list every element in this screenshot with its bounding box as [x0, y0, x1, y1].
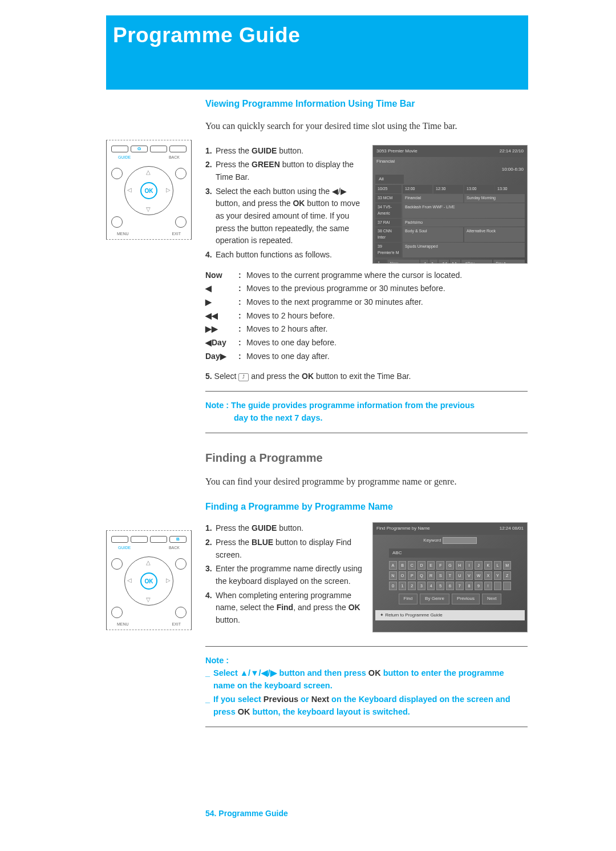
remote-round-btn [111, 558, 123, 570]
remote-round-btn [175, 168, 187, 179]
remote-label-back: BACK [169, 155, 180, 159]
def-val: Moves to the next programme or 30 minute… [246, 296, 528, 309]
step-text: Press the GUIDE button. [216, 523, 303, 533]
def-val: Moves to the current programme where the… [246, 269, 528, 282]
remote-diagram-2: B GUIDE BACK △ ▽ ◁ ▷ OK MENU EXIT [106, 530, 192, 630]
section1-note: Note : The guide provides programme info… [205, 400, 528, 425]
divider [205, 433, 528, 433]
def-val: Moves to 2 hours after. [246, 323, 528, 336]
main-content: Viewing Programme Information Using Time… [205, 97, 528, 735]
step-text: Each button functions as follows. [216, 250, 332, 259]
page-footer: 54. Programme Guide [205, 809, 288, 818]
divider [205, 727, 528, 727]
section1-intro: You can quickly search for your desired … [205, 119, 528, 134]
remote-label-menu: MENU [117, 622, 129, 626]
remote-btn [111, 536, 128, 543]
divider [205, 391, 528, 392]
page-header: Programme Guide [106, 15, 528, 90]
step-text: Press the GUIDE button. [216, 146, 303, 155]
remote-btn [131, 536, 148, 543]
def-key: ▶ [205, 296, 238, 309]
def-key: Now [205, 269, 238, 282]
remote-round-btn [111, 168, 123, 179]
divider [205, 646, 528, 647]
remote-round-btn [111, 607, 123, 618]
section2-notes: Note : _ Select ▲/▼/◀/▶ button and then … [205, 655, 528, 719]
step5: 5. Select ⤴ and press the OK button to e… [205, 370, 528, 383]
arrow-down-icon: ▽ [146, 596, 151, 603]
def-val: Moves to one day before. [246, 337, 528, 349]
remote-round-btn [175, 607, 187, 618]
def-val: Moves to the previous programme or 30 mi… [246, 283, 528, 295]
remote-btn-green: G [131, 146, 148, 152]
def-key: ◀Day [205, 337, 238, 349]
remote-btn [150, 146, 167, 152]
section2-intro: You can find your desired programme by p… [205, 475, 528, 489]
remote-diagram-1: G GUIDE BACK △ ▽ ◁ ▷ OK MENU EXIT [106, 140, 192, 240]
remote-round-btn [175, 216, 187, 228]
section2-subheading: Finding a Programme by Programme Name [205, 500, 528, 514]
arrow-right-icon: ▷ [166, 187, 171, 193]
arrow-down-icon: ▽ [146, 206, 151, 212]
arrow-up-icon: △ [146, 559, 151, 566]
step-text: Enter the programme name directly using … [216, 564, 362, 586]
remote-label-exit: EXIT [172, 622, 181, 626]
remote-btn [150, 536, 167, 543]
remote-label-guide: GUIDE [118, 546, 131, 550]
remote-label-menu: MENU [117, 232, 129, 236]
remote-label-guide: GUIDE [118, 155, 131, 159]
remote-round-btn [175, 558, 187, 570]
step-text: Press the GREEN button to display the Ti… [216, 160, 354, 182]
section2-steps: Press the GUIDE button. Press the BLUE b… [205, 522, 528, 627]
def-key: Day▶ [205, 350, 238, 363]
arrow-right-icon: ▷ [166, 577, 171, 583]
def-key: ◀ [205, 283, 238, 295]
section1-steps: Press the GUIDE button. Press the GREEN … [205, 145, 528, 261]
def-val: Moves to one day after. [246, 350, 528, 363]
def-key: ▶▶ [205, 323, 238, 336]
remote-ok-button: OK [140, 182, 157, 199]
exit-icon: ⤴ [238, 373, 249, 381]
section1-heading: Viewing Programme Information Using Time… [205, 97, 528, 111]
remote-btn [111, 146, 128, 152]
arrow-left-icon: ◁ [127, 187, 132, 193]
page-title: Programme Guide [113, 23, 518, 47]
remote-label-exit: EXIT [172, 232, 181, 236]
remote-round-btn [111, 216, 123, 228]
section2-heading: Finding a Programme [205, 449, 528, 467]
def-key: ◀◀ [205, 310, 238, 322]
remote-btn [169, 146, 187, 152]
step-text: Select the each button using the ◀/▶ but… [216, 187, 360, 245]
step-text: Press the BLUE button to display Find sc… [216, 538, 351, 559]
step-text: When completing entering programme name,… [216, 591, 360, 624]
button-definitions: Now:Moves to the current programme where… [205, 269, 528, 363]
remote-ok-button: OK [140, 572, 157, 590]
remote-label-back: BACK [169, 546, 180, 550]
arrow-up-icon: △ [146, 169, 151, 175]
arrow-left-icon: ◁ [127, 577, 132, 583]
remote-btn-blue: B [169, 536, 187, 543]
def-val: Moves to 2 hours before. [246, 310, 528, 322]
